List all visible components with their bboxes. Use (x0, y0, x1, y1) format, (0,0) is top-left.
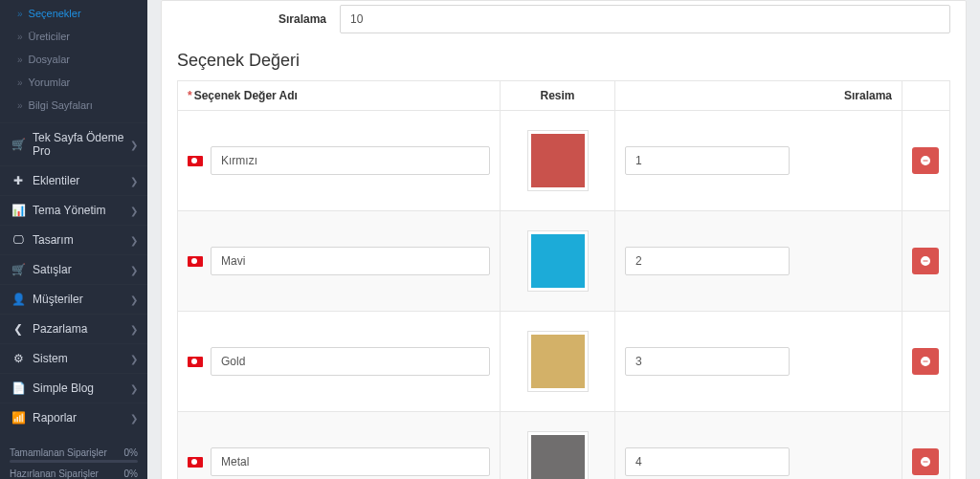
chevron-right-icon: ❯ (130, 354, 138, 364)
chevron-icon: » (17, 32, 23, 42)
screen-icon: 🖵 (11, 233, 25, 247)
sidebar-sub-label: Üreticiler (29, 31, 70, 42)
option-name-input[interactable] (211, 146, 490, 175)
swatch-color (531, 134, 585, 187)
chevron-right-icon: ❯ (130, 324, 138, 335)
sidebar-sub-label: Dosyalar (29, 54, 70, 65)
stat-label: Tamamlanan Siparişler (10, 447, 107, 458)
chevron-right-icon: ❯ (130, 413, 138, 424)
chevron-right-icon: ❯ (130, 294, 138, 305)
flag-tr-icon (188, 457, 203, 468)
nav-label: Raporlar (33, 411, 77, 425)
nav-pazarlama[interactable]: ❮Pazarlama ❯ (0, 314, 147, 343)
table-row (178, 312, 950, 412)
sort-order-row: Sıralama (177, 1, 950, 43)
swatch-color (531, 234, 585, 288)
th-name-text: Seçenek Değer Adı (194, 89, 298, 102)
doc-icon: 📄 (11, 381, 25, 395)
image-swatch[interactable] (527, 431, 589, 479)
option-sort-input[interactable] (625, 347, 790, 376)
nav-eklentiler[interactable]: ✚Eklentiler ❯ (0, 165, 147, 195)
option-name-input[interactable] (211, 447, 490, 476)
minus-circle-icon (920, 155, 931, 166)
nav-simple-blog[interactable]: 📄Simple Blog ❯ (0, 373, 147, 403)
chevron-icon: » (17, 9, 23, 19)
main: Sıralama Seçenek Değeri *Seçenek Değer A… (147, 0, 980, 479)
gear-icon: ⚙ (11, 352, 25, 365)
swatch-color (531, 335, 585, 388)
nav-musteriler[interactable]: 👤Müşteriler ❯ (0, 284, 147, 314)
table-row (178, 412, 950, 480)
flag-tr-icon (188, 357, 203, 367)
panel: Sıralama Seçenek Değeri *Seçenek Değer A… (161, 0, 967, 479)
table-row (178, 211, 950, 312)
nav-label: Tasarım (33, 233, 74, 247)
chevron-right-icon: ❯ (130, 265, 138, 275)
puzzle-icon: ✚ (11, 174, 25, 187)
nav-label: Pazarlama (33, 322, 87, 336)
section-title: Seçenek Değeri (177, 43, 950, 80)
image-swatch[interactable] (527, 230, 589, 292)
nav-label: Tema Yönetim (33, 204, 105, 217)
nav-label: Eklentiler (33, 174, 79, 187)
sidebar-sub-yorumlar[interactable]: » Yorumlar (0, 71, 147, 94)
nav-tek-sayfa[interactable]: 🛒Tek Sayfa Ödeme Pro ❯ (0, 122, 147, 165)
th-name: *Seçenek Değer Adı (178, 81, 501, 111)
option-name-input[interactable] (211, 347, 490, 376)
option-values-table: *Seçenek Değer Adı Resim Sıralama (177, 80, 950, 479)
nav-label: Müşteriler (33, 293, 83, 306)
chevron-right-icon: ❯ (130, 235, 138, 246)
sidebar-sub-ureticiler[interactable]: » Üreticiler (0, 25, 147, 48)
nav-label: Simple Blog (33, 381, 94, 395)
th-sort: Sıralama (615, 81, 902, 111)
nav-raporlar[interactable]: 📶Raporlar ❯ (0, 403, 147, 432)
nav-label: Satışlar (33, 263, 72, 276)
sidebar-sub-secenekler[interactable]: » Seçenekler (0, 2, 147, 25)
option-sort-input[interactable] (625, 447, 790, 476)
remove-button[interactable] (912, 448, 939, 475)
option-sort-input[interactable] (625, 146, 790, 175)
stat-bar (10, 460, 138, 463)
sidebar-sub-dosyalar[interactable]: » Dosyalar (0, 48, 147, 71)
sidebar-sub-list: » Seçenekler » Üreticiler » Dosyalar » Y… (0, 0, 147, 122)
user-icon: 👤 (11, 293, 25, 306)
nav-tema-yonetim[interactable]: 📊Tema Yönetim ❯ (0, 195, 147, 225)
remove-button[interactable] (912, 348, 939, 375)
stat-label: Hazırlanan Siparişler (10, 468, 99, 479)
option-sort-input[interactable] (625, 247, 790, 275)
sort-order-input[interactable] (340, 5, 950, 33)
th-actions (902, 81, 950, 111)
nav-label: Tek Sayfa Ödeme Pro (33, 131, 130, 158)
sidebar-sub-label: Yorumlar (29, 76, 71, 88)
remove-button[interactable] (912, 248, 939, 274)
flag-tr-icon (188, 156, 203, 166)
stat-value: 0% (124, 468, 138, 479)
dashboard-icon: 📊 (11, 204, 25, 217)
option-name-input[interactable] (211, 247, 490, 275)
chevron-right-icon: ❯ (130, 383, 138, 394)
sort-order-label: Sıralama (177, 12, 340, 26)
nav-satislar[interactable]: 🛒Satışlar ❯ (0, 254, 147, 284)
stat-value: 0% (124, 447, 138, 458)
cart-icon: 🛒 (11, 263, 25, 276)
sidebar-sub-bilgi-sayfalari[interactable]: » Bilgi Sayfaları (0, 94, 147, 117)
minus-circle-icon (920, 456, 931, 468)
chevron-right-icon: ❯ (130, 206, 138, 216)
nav-label: Sistem (33, 352, 68, 365)
table-row (178, 111, 950, 211)
cart-icon: 🛒 (11, 138, 25, 151)
sidebar-sub-label: Seçenekler (29, 8, 81, 19)
sidebar-sub-label: Bilgi Sayfaları (29, 99, 93, 111)
share-icon: ❮ (11, 322, 25, 336)
image-swatch[interactable] (527, 130, 589, 191)
sidebar-stats: Tamamlanan Siparişler 0% Hazırlanan Sipa… (0, 436, 147, 479)
chevron-icon: » (17, 54, 23, 65)
sidebar: » Seçenekler » Üreticiler » Dosyalar » Y… (0, 0, 147, 479)
th-image: Resim (501, 81, 615, 111)
chevron-icon: » (17, 100, 23, 111)
image-swatch[interactable] (527, 331, 589, 392)
nav-sistem[interactable]: ⚙Sistem ❯ (0, 343, 147, 373)
swatch-color (531, 435, 585, 479)
remove-button[interactable] (912, 147, 939, 174)
nav-tasarim[interactable]: 🖵Tasarım ❯ (0, 225, 147, 254)
